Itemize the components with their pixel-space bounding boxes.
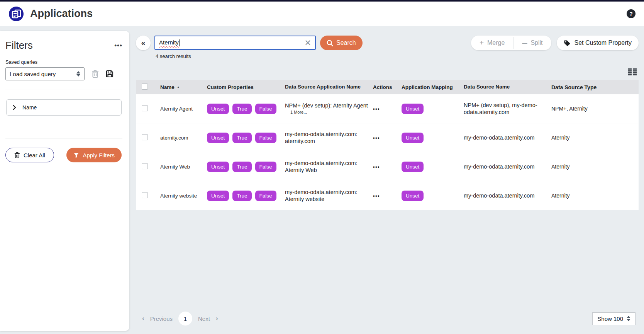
custom-property-badge[interactable]: True xyxy=(232,162,251,172)
data-source-name-cell: my-demo-odata.aternity.com xyxy=(464,192,551,199)
search-input[interactable]: Aternity ✕ xyxy=(154,36,316,50)
clear-all-button[interactable]: Clear All xyxy=(5,148,54,162)
text-caret xyxy=(179,39,180,46)
table-row: Aternity WebUnsetTrueFalsemy-demo-odata.… xyxy=(136,152,639,181)
previous-chevron-icon[interactable]: ‹ xyxy=(142,315,144,322)
select-all-checkbox[interactable] xyxy=(142,84,148,90)
application-mapping-cell: Unset xyxy=(402,162,464,172)
application-name-cell[interactable]: aternity.com xyxy=(160,135,207,141)
data-source-type-cell: Aternity xyxy=(551,164,639,170)
set-custom-property-label: Set Custom Property xyxy=(575,39,632,46)
application-mapping-badge[interactable]: Unset xyxy=(402,104,424,114)
previous-page-button[interactable]: Previous xyxy=(150,315,173,322)
merge-label: Merge xyxy=(487,39,505,46)
save-query-icon[interactable] xyxy=(106,70,114,78)
trash-icon xyxy=(14,152,20,158)
main-content: « Aternity ✕ 4 search results Search xyxy=(129,26,644,334)
application-mapping-badge[interactable]: Unset xyxy=(402,133,424,143)
filter-section-name[interactable]: Name xyxy=(6,99,122,116)
row-actions-button[interactable]: ••• xyxy=(373,135,380,141)
table-header-row: Name▲ Custom Properties Data Source Appl… xyxy=(136,80,639,94)
row-actions-button[interactable]: ••• xyxy=(373,193,380,199)
application-name-cell[interactable]: Aternity Agent xyxy=(160,106,207,112)
sidebar-divider xyxy=(5,90,122,90)
search-button[interactable]: Search xyxy=(320,36,363,50)
row-actions-button[interactable]: ••• xyxy=(373,164,380,170)
custom-property-badge[interactable]: False xyxy=(255,191,276,201)
row-actions-button[interactable]: ••• xyxy=(373,106,380,112)
filters-menu-icon[interactable]: ••• xyxy=(114,42,122,49)
custom-property-badge[interactable]: False xyxy=(255,133,276,143)
search-icon xyxy=(327,40,333,46)
data-source-type-cell: Aternity xyxy=(551,135,639,141)
merge-split-group: + Merge — Split xyxy=(471,36,551,50)
column-header-data-source-type[interactable]: Data Source Type xyxy=(551,84,639,90)
clear-all-label: Clear All xyxy=(24,152,45,158)
apply-filters-button[interactable]: Apply Filters xyxy=(66,148,122,162)
column-header-data-source-application-name[interactable]: Data Source Application Name xyxy=(285,84,373,90)
pagination: ‹ Previous 1 Next › xyxy=(142,312,218,325)
saved-queries-label: Saved queries xyxy=(5,59,122,65)
application-mapping-badge[interactable]: Unset xyxy=(402,162,424,172)
table-body: Aternity AgentUnsetTrueFalseNPM+ (dev se… xyxy=(136,94,639,210)
application-mapping-badge[interactable]: Unset xyxy=(402,191,424,201)
help-icon[interactable]: ? xyxy=(627,9,636,18)
search-results-count: 4 search results xyxy=(156,53,316,59)
row-checkbox[interactable] xyxy=(142,192,148,198)
delete-query-icon[interactable] xyxy=(92,70,99,78)
split-button[interactable]: — Split xyxy=(514,36,551,50)
search-input-value: Aternity xyxy=(159,39,179,46)
applications-table: Name▲ Custom Properties Data Source Appl… xyxy=(136,80,639,210)
data-source-name-cell: my-demo-odata.aternity.com xyxy=(464,163,551,170)
collapse-sidebar-button[interactable]: « xyxy=(136,36,151,50)
custom-property-badge[interactable]: True xyxy=(232,191,251,201)
row-checkbox[interactable] xyxy=(142,105,148,111)
next-chevron-icon[interactable]: › xyxy=(216,315,218,322)
select-spinner-icon xyxy=(76,71,80,77)
load-saved-query-select[interactable]: Load saved query xyxy=(5,67,85,80)
select-spinner-icon xyxy=(627,316,630,321)
merge-button[interactable]: + Merge xyxy=(471,36,513,50)
page-title: Applications xyxy=(30,8,93,20)
custom-properties-cell: UnsetTrueFalse xyxy=(207,162,285,172)
chevron-right-icon xyxy=(13,105,16,110)
custom-property-badge[interactable]: Unset xyxy=(207,162,229,172)
row-checkbox[interactable] xyxy=(142,163,148,169)
application-name-cell[interactable]: Aternity Web xyxy=(160,164,207,170)
column-header-name[interactable]: Name▲ xyxy=(160,84,207,90)
apply-filters-label: Apply Filters xyxy=(83,152,115,158)
custom-property-badge[interactable]: Unset xyxy=(207,104,229,114)
next-page-button[interactable]: Next xyxy=(198,315,210,322)
plus-icon: + xyxy=(480,39,484,47)
custom-properties-cell: UnsetTrueFalse xyxy=(207,191,285,201)
split-label: Split xyxy=(530,39,542,46)
data-source-application-name-cell: NPM+ (dev setup): Aternity Agent1 More..… xyxy=(285,102,373,115)
page-size-select[interactable]: Show 100 xyxy=(592,312,636,325)
custom-property-badge[interactable]: Unset xyxy=(207,191,229,201)
application-name-cell[interactable]: Aternity website xyxy=(160,193,207,199)
column-header-custom-properties[interactable]: Custom Properties xyxy=(207,84,285,90)
data-source-application-name-cell: my-demo-odata.aternity.com: Aternity Web xyxy=(285,160,373,174)
column-header-application-mapping[interactable]: Application Mapping xyxy=(402,84,464,90)
more-link[interactable]: 1 More... xyxy=(285,110,369,115)
data-source-name-cell: my-demo-odata.aternity.com xyxy=(464,134,551,141)
current-page-button[interactable]: 1 xyxy=(178,312,192,325)
column-header-data-source-name[interactable]: Data Source Name xyxy=(464,84,551,90)
column-header-actions: Actions xyxy=(373,84,402,90)
filters-panel: Filters ••• Saved queries Load saved que… xyxy=(0,31,129,331)
sidebar-divider xyxy=(5,138,122,138)
application-mapping-cell: Unset xyxy=(402,104,464,114)
custom-property-badge[interactable]: True xyxy=(232,133,251,143)
table-density-icon[interactable] xyxy=(628,68,637,75)
custom-property-badge[interactable]: Unset xyxy=(207,133,229,143)
custom-property-badge[interactable]: False xyxy=(255,162,276,172)
custom-property-badge[interactable]: True xyxy=(232,104,251,114)
data-source-type-cell: NPM+, Aternity xyxy=(551,106,639,112)
custom-properties-cell: UnsetTrueFalse xyxy=(207,104,285,114)
table-row: aternity.comUnsetTrueFalsemy-demo-odata.… xyxy=(136,123,639,152)
set-custom-property-button[interactable]: Set Custom Property xyxy=(557,36,639,50)
row-checkbox[interactable] xyxy=(142,134,148,140)
custom-property-badge[interactable]: False xyxy=(255,104,276,114)
data-source-name-cell: NPM+ (dev setup), my-demo-odata.aternity… xyxy=(464,102,551,116)
clear-search-icon[interactable]: ✕ xyxy=(304,39,311,47)
